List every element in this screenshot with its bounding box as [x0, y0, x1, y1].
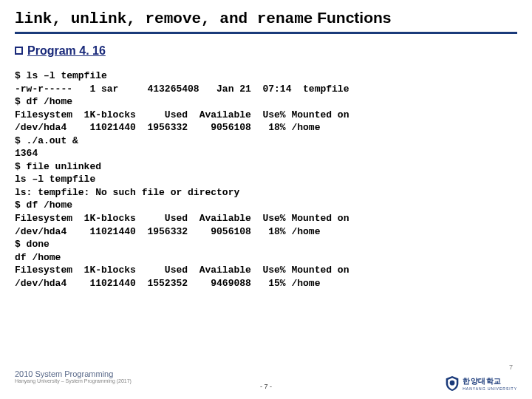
- title-sep: ,: [52, 10, 70, 27]
- title-sep: , and: [201, 10, 257, 27]
- title-fn-unlink: unlink: [71, 10, 127, 27]
- title-fn-remove: remove: [145, 10, 201, 27]
- shield-icon: [445, 375, 460, 392]
- title-fn-link: link: [15, 10, 52, 27]
- slide-title: link, unlink, remove, and rename Functio…: [15, 9, 517, 34]
- subheading-text: Program 4. 16: [27, 44, 106, 57]
- university-logo: 한양대학교 HANYANG UNIVERSITY: [445, 375, 517, 392]
- bullet-icon: [15, 47, 23, 55]
- title-suffix: Functions: [313, 9, 391, 26]
- footer-page-number: - 7 -: [260, 383, 272, 390]
- subheading: Program 4. 16: [15, 44, 517, 58]
- slide: link, unlink, remove, and rename Functio…: [0, 0, 532, 399]
- footer-course: 2010 System Programming: [15, 369, 517, 378]
- svg-point-0: [450, 381, 455, 386]
- footer: 2010 System Programming Hanyang Universi…: [15, 369, 517, 392]
- logo-text-block: 한양대학교 HANYANG UNIVERSITY: [463, 376, 517, 391]
- title-sep: ,: [126, 10, 145, 27]
- page-corner-number: 7: [509, 364, 513, 371]
- terminal-output: $ ls –l tempfile -rw-r----- 1 sar 413265…: [15, 69, 517, 290]
- university-name-kr: 한양대학교: [463, 376, 517, 386]
- title-fn-rename: rename: [257, 10, 313, 27]
- university-name-en: HANYANG UNIVERSITY: [463, 386, 517, 391]
